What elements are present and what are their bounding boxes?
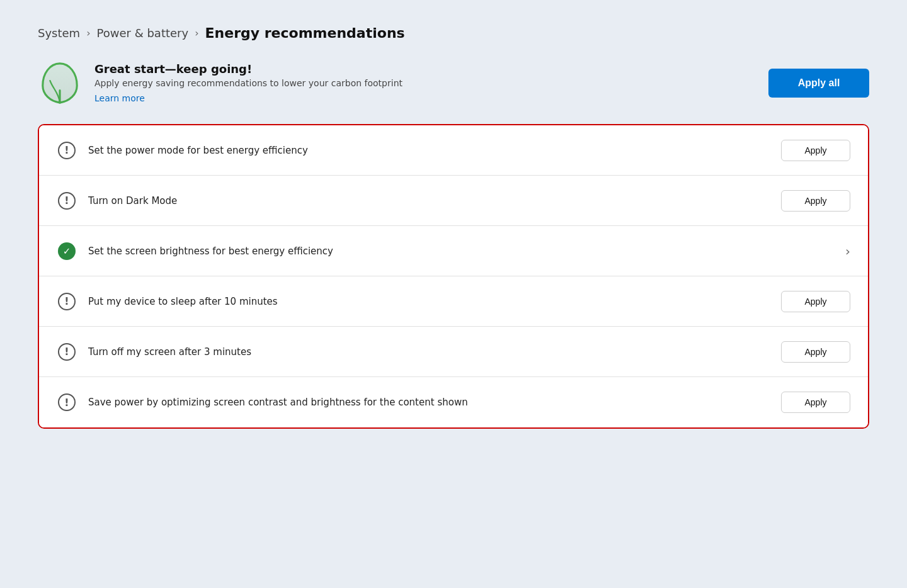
recommendation-item-screen-brightness[interactable]: ✓ Set the screen brightness for best ene… [39, 226, 868, 276]
item-label-dark-mode: Turn on Dark Mode [88, 195, 177, 206]
warning-icon-screen-off-timer: ! [57, 342, 77, 362]
recommendation-item-screen-contrast: ! Save power by optimizing screen contra… [39, 377, 868, 427]
learn-more-link[interactable]: Learn more [94, 93, 145, 103]
header-description: Apply energy saving recommendations to l… [94, 78, 402, 88]
apply-button-dark-mode[interactable]: Apply [781, 190, 850, 212]
apply-button-sleep-timer[interactable]: Apply [781, 291, 850, 312]
header-left: Great start—keep going! Apply energy sav… [38, 61, 402, 105]
apply-button-screen-contrast[interactable]: Apply [781, 392, 850, 413]
chevron-right-icon[interactable]: › [845, 244, 850, 259]
item-left: ! Turn on Dark Mode [57, 191, 177, 211]
header-title: Great start—keep going! [94, 62, 402, 76]
breadcrumb-system[interactable]: System [38, 26, 80, 40]
warning-icon-screen-contrast: ! [57, 392, 77, 412]
header-section: Great start—keep going! Apply energy sav… [38, 61, 869, 105]
item-left: ! Set the power mode for best energy eff… [57, 140, 308, 161]
item-label-sleep-timer: Put my device to sleep after 10 minutes [88, 296, 278, 307]
breadcrumb: System › Power & battery › Energy recomm… [38, 25, 869, 41]
breadcrumb-separator-1: › [86, 27, 90, 39]
leaf-icon [38, 61, 82, 105]
page-title: Energy recommendations [205, 25, 405, 41]
item-left: ! Put my device to sleep after 10 minute… [57, 291, 278, 312]
warning-icon-power-mode: ! [57, 140, 77, 161]
item-label-screen-brightness: Set the screen brightness for best energ… [88, 246, 333, 257]
breadcrumb-separator-2: › [195, 27, 198, 39]
recommendation-item-power-mode: ! Set the power mode for best energy eff… [39, 125, 868, 176]
item-left: ! Save power by optimizing screen contra… [57, 392, 468, 412]
recommendations-list: ! Set the power mode for best energy eff… [38, 124, 869, 429]
warning-icon-sleep-timer: ! [57, 291, 77, 312]
header-text: Great start—keep going! Apply energy sav… [94, 62, 402, 104]
check-icon-screen-brightness: ✓ [57, 241, 77, 261]
recommendation-item-dark-mode: ! Turn on Dark Mode Apply [39, 176, 868, 226]
item-label-screen-off-timer: Turn off my screen after 3 minutes [88, 346, 251, 358]
apply-button-power-mode[interactable]: Apply [781, 140, 850, 161]
apply-all-button[interactable]: Apply all [768, 69, 869, 98]
item-left: ✓ Set the screen brightness for best ene… [57, 241, 333, 261]
breadcrumb-power-battery[interactable]: Power & battery [97, 26, 189, 40]
item-left: ! Turn off my screen after 3 minutes [57, 342, 251, 362]
warning-icon-dark-mode: ! [57, 191, 77, 211]
recommendation-item-screen-off-timer: ! Turn off my screen after 3 minutes App… [39, 327, 868, 377]
item-label-power-mode: Set the power mode for best energy effic… [88, 145, 308, 156]
apply-button-screen-off-timer[interactable]: Apply [781, 341, 850, 363]
item-label-screen-contrast: Save power by optimizing screen contrast… [88, 397, 468, 408]
recommendation-item-sleep-timer: ! Put my device to sleep after 10 minute… [39, 276, 868, 327]
